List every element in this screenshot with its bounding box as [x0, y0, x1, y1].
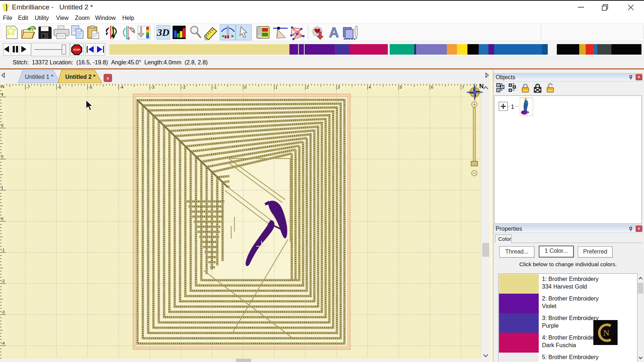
svg-text:-3: -3 [151, 85, 154, 89]
svg-text:0: 0 [1, 217, 3, 221]
svg-text:1: 1 [1, 186, 3, 190]
svg-text:6: 6 [431, 85, 433, 89]
svg-text:STOP: STOP [73, 48, 80, 51]
svg-text:4: 4 [1, 92, 3, 97]
svg-text:-1: -1 [213, 85, 217, 89]
svg-text:N: N [603, 328, 609, 337]
svg-text:1: 1 [511, 103, 514, 110]
svg-text:-1: -1 [1, 248, 5, 252]
svg-text:4: 4 [369, 85, 371, 89]
svg-text:1: 1 [275, 85, 277, 89]
svg-text:-4: -4 [120, 85, 123, 89]
svg-text:A: A [329, 25, 339, 40]
svg-text:-2: -2 [182, 85, 186, 89]
svg-text:-4: -4 [1, 341, 5, 345]
svg-text:x: x [107, 76, 109, 80]
svg-text:-3: -3 [1, 310, 5, 314]
svg-text:-7: -7 [26, 85, 30, 89]
svg-text:3D: 3D [157, 27, 169, 38]
svg-text:-5: -5 [89, 85, 92, 89]
svg-text:-6: -6 [58, 85, 61, 89]
svg-text:2: 2 [306, 85, 309, 89]
svg-text:N: N [479, 83, 484, 89]
svg-text:7: 7 [462, 85, 464, 89]
svg-text:Untitled 1 *: Untitled 1 * [25, 74, 53, 80]
svg-text:5: 5 [400, 85, 402, 89]
svg-text:2: 2 [1, 154, 3, 159]
svg-text:3: 3 [1, 123, 3, 128]
svg-text:3: 3 [338, 85, 340, 89]
svg-text:-2: -2 [1, 279, 5, 283]
svg-text:0: 0 [244, 85, 246, 89]
svg-text:Untitled 2 *: Untitled 2 * [65, 74, 96, 80]
